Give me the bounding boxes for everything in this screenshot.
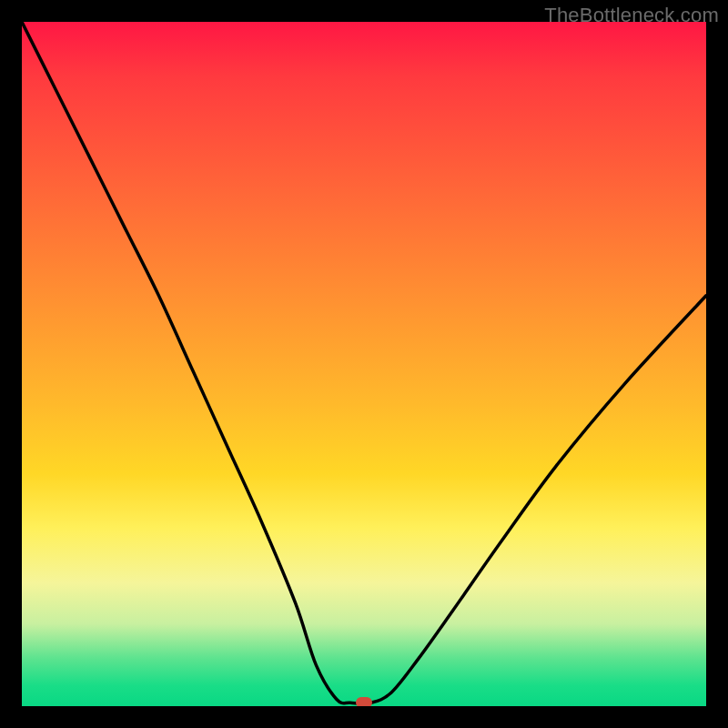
optimal-point-marker bbox=[356, 697, 372, 706]
curve-path bbox=[22, 22, 706, 703]
chart-frame: TheBottleneck.com bbox=[0, 0, 728, 728]
attribution-watermark: TheBottleneck.com bbox=[544, 4, 719, 27]
bottleneck-curve bbox=[22, 22, 706, 706]
plot-area bbox=[22, 22, 706, 706]
